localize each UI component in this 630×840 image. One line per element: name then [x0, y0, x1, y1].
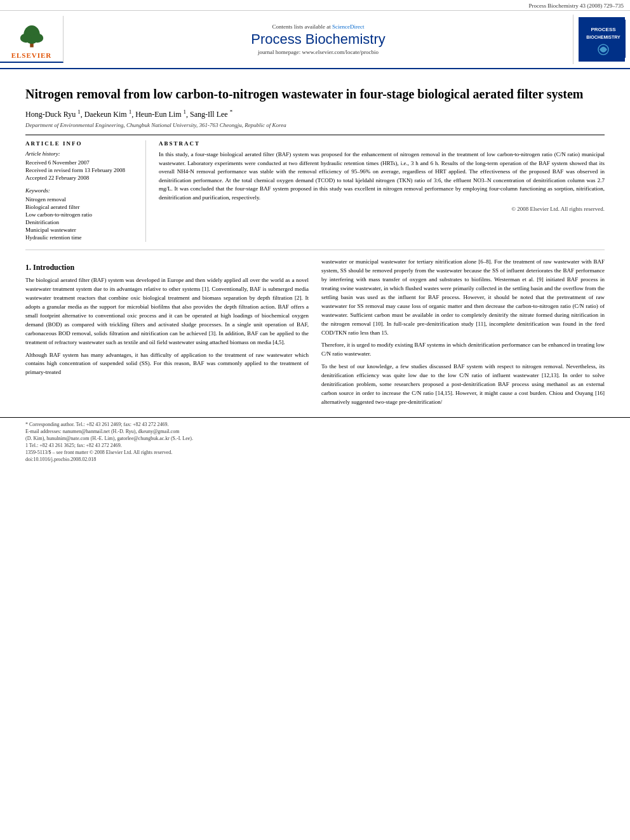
abstract-header: ABSTRACT — [159, 140, 605, 147]
article-content: Nitrogen removal from low carbon-to-nitr… — [0, 69, 630, 417]
abstract-text: In this study, a four-stage biological a… — [159, 150, 605, 202]
article-history-label: Article history: — [25, 150, 139, 157]
revised-date: Received in revised form 13 February 200… — [25, 167, 139, 173]
intro-paragraph-1: The biological aerated filter (BAF) syst… — [25, 276, 309, 347]
article-title: Nitrogen removal from low carbon-to-nitr… — [25, 86, 605, 102]
author-kim: Daekeun Kim 1, — [84, 110, 135, 119]
article-info-column: ARTICLE INFO Article history: Received 6… — [25, 140, 146, 242]
footnote-email1: E-mail addresses: nanumen@hanmail.net (H… — [25, 429, 605, 434]
keyword-2: Biological aerated filter — [25, 204, 139, 210]
keywords-label: Keywords: — [25, 187, 139, 194]
footnote-email2: (D. Kim), hunulnim@nate.com (H.-E. Lim),… — [25, 436, 605, 441]
journal-title: Process Biochemistry — [70, 31, 566, 48]
authors-line: Hong-Duck Ryu 1, Daekeun Kim 1, Heun-Eun… — [25, 109, 605, 119]
received-date: Received 6 November 2007 — [25, 159, 139, 166]
footer: * Corresponding author. Tel.: +82 43 261… — [0, 417, 630, 467]
contents-line: Contents lists available at ScienceDirec… — [70, 23, 566, 30]
journal-reference: Process Biochemistry 43 (2008) 729–735 — [0, 0, 630, 11]
elsevier-logo-area: ELSEVIER — [0, 16, 64, 63]
author-lim: Heun-Eun Lim 1, — [135, 110, 190, 119]
svg-point-3 — [32, 34, 43, 43]
keyword-6: Hydraulic retention time — [25, 234, 139, 241]
science-direct-link[interactable]: ScienceDirect — [332, 23, 364, 30]
journal-center: Contents lists available at ScienceDirec… — [64, 23, 573, 55]
abstract-column: ABSTRACT In this study, a four-stage bio… — [159, 140, 605, 242]
svg-point-2 — [20, 34, 31, 43]
elsevier-label-text: ELSEVIER — [11, 51, 52, 59]
body-left-column: 1. Introduction The biological aerated f… — [25, 258, 309, 411]
journal-logo-icon: PROCESS BIOCHEMISTRY — [581, 20, 626, 58]
keyword-5: Municipal wastewater — [25, 227, 139, 233]
intro-paragraph-2: Although BAF system has many advantages,… — [25, 351, 309, 378]
journal-ref-text: Process Biochemistry 43 (2008) 729–735 — [529, 3, 624, 9]
accepted-date: Accepted 22 February 2008 — [25, 175, 139, 181]
journal-homepage: journal homepage: www.elsevier.com/locat… — [70, 49, 566, 55]
keyword-3: Low carbon-to-nitrogen ratio — [25, 211, 139, 218]
footnote-tel: 1 Tel.: +82 43 261 3625; fax: +82 43 272… — [25, 443, 605, 448]
article-info-abstract-section: ARTICLE INFO Article history: Received 6… — [25, 135, 605, 242]
elsevier-tree-icon — [13, 18, 51, 50]
body-content: 1. Introduction The biological aerated f… — [25, 258, 605, 411]
author-lee: Sang-Ill Lee * — [190, 110, 232, 119]
body-right-column: wastewater or municipal wastewater for t… — [321, 258, 605, 411]
footnote-corresponding: * Corresponding author. Tel.: +82 43 261… — [25, 422, 605, 427]
keyword-4: Denitrification — [25, 219, 139, 225]
journal-header: ELSEVIER Contents lists available at Sci… — [0, 11, 630, 69]
footnote-doi: doi:10.1016/j.procbio.2008.02.018 — [25, 457, 605, 462]
svg-text:PROCESS: PROCESS — [591, 27, 616, 32]
affiliation: Department of Environmental Engineering,… — [25, 122, 605, 128]
intro-paragraph-5: To the best of our knowledge, a few stud… — [321, 363, 605, 407]
journal-logo-right: PROCESS BIOCHEMISTRY — [573, 15, 630, 64]
intro-paragraph-4: Therefore, it is urged to modify existin… — [321, 341, 605, 359]
keyword-1: Nitrogen removal — [25, 196, 139, 203]
journal-logo-box: PROCESS BIOCHEMISTRY — [579, 17, 625, 62]
intro-paragraph-3: wastewater or municipal wastewater for t… — [321, 258, 605, 337]
svg-text:BIOCHEMISTRY: BIOCHEMISTRY — [586, 35, 620, 39]
copyright-notice: © 2008 Elsevier Ltd. All rights reserved… — [159, 206, 605, 212]
section1-title: 1. Introduction — [25, 263, 309, 272]
article-info-header: ARTICLE INFO — [25, 140, 139, 147]
author-ryu: Hong-Duck Ryu 1, — [25, 110, 84, 119]
section-divider — [25, 250, 605, 250]
footnote-issn: 1359-5113/$ – see front matter © 2008 El… — [25, 450, 605, 455]
